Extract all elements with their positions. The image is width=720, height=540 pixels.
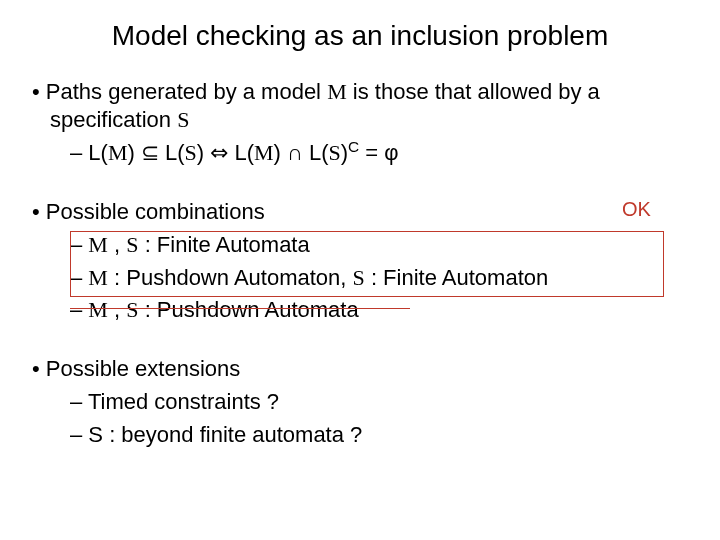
section-combinations: Possible combinations M , S : Finite Aut… xyxy=(28,198,692,325)
text: : Pushdown Automata xyxy=(139,297,359,322)
symbol-M: M xyxy=(254,140,274,165)
text: Possible combinations xyxy=(46,199,265,224)
section-paths: Paths generated by a model M is those th… xyxy=(28,78,692,168)
text: : Finite Automaton xyxy=(365,265,548,290)
superscript-C: C xyxy=(348,138,359,155)
bullet-comb-1: M , S : Finite Automata xyxy=(28,231,692,260)
symbol-S: S xyxy=(185,140,197,165)
text: ) ⇔ L( xyxy=(197,140,254,165)
symbol-S: S xyxy=(126,297,138,322)
symbol-M: M xyxy=(88,265,108,290)
text: , xyxy=(108,297,126,322)
symbol-M: M xyxy=(88,297,108,322)
bullet-comb-2: M : Pushdown Automaton, S : Finite Autom… xyxy=(28,264,692,293)
text: ) ⊆ L( xyxy=(127,140,184,165)
text: , xyxy=(108,232,126,257)
text: : Finite Automata xyxy=(139,232,310,257)
bullet-ext-1: Timed constraints ? xyxy=(28,388,692,417)
symbol-S: S xyxy=(177,107,189,132)
symbol-S: S xyxy=(353,265,365,290)
text: ) xyxy=(341,140,348,165)
text: Paths generated by a model xyxy=(46,79,327,104)
text: S : beyond finite automata ? xyxy=(88,422,362,447)
text: Timed constraints ? xyxy=(88,389,279,414)
bullet-comb-3: M , S : Pushdown Automata xyxy=(28,296,692,325)
slide-title: Model checking as an inclusion problem xyxy=(28,20,692,52)
slide: Model checking as an inclusion problem P… xyxy=(0,0,720,540)
symbol-M: M xyxy=(327,79,347,104)
bullet-extensions: Possible extensions xyxy=(28,355,692,383)
text: L( xyxy=(88,140,108,165)
bullet-ext-2: S : beyond finite automata ? xyxy=(28,421,692,450)
symbol-S: S xyxy=(126,232,138,257)
bullet-formula: L(M) ⊆ L(S) ⇔ L(M) ∩ L(S)C = φ xyxy=(28,139,692,168)
text: = φ xyxy=(359,140,398,165)
symbol-S: S xyxy=(328,140,340,165)
text: : Pushdown Automaton, xyxy=(108,265,353,290)
section-extensions: Possible extensions Timed constraints ? … xyxy=(28,355,692,450)
text: ) ∩ L( xyxy=(274,140,329,165)
bullet-paths: Paths generated by a model M is those th… xyxy=(28,78,692,133)
symbol-M: M xyxy=(108,140,128,165)
text: Possible extensions xyxy=(46,356,240,381)
bullet-combinations: Possible combinations xyxy=(28,198,692,226)
symbol-M: M xyxy=(88,232,108,257)
